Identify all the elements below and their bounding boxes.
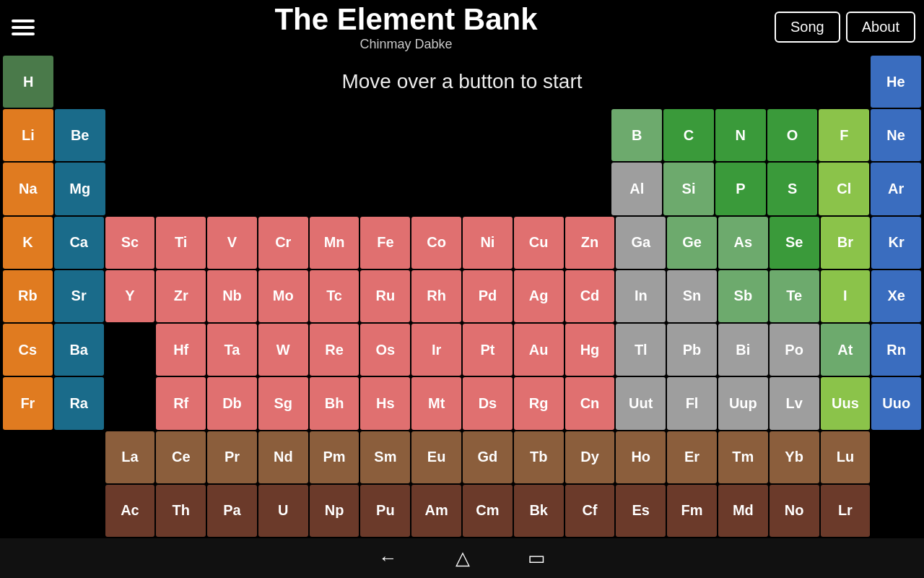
element-he[interactable]: He	[871, 56, 921, 108]
element-mg[interactable]: Mg	[55, 163, 105, 215]
element-ba[interactable]: Ba	[54, 324, 104, 376]
element-ti[interactable]: Ti	[156, 217, 206, 269]
element-lr[interactable]: Lr	[821, 485, 871, 537]
element-ce[interactable]: Ce	[156, 431, 206, 483]
element-hf[interactable]: Hf	[156, 324, 206, 376]
element-zn[interactable]: Zn	[565, 217, 615, 269]
element-ni[interactable]: Ni	[463, 217, 513, 269]
element-b[interactable]: B	[611, 109, 662, 161]
element-eu[interactable]: Eu	[411, 431, 461, 483]
element-la[interactable]: La	[105, 431, 155, 483]
element-mo[interactable]: Mo	[258, 270, 308, 322]
element-ge[interactable]: Ge	[667, 217, 717, 269]
element-pu[interactable]: Pu	[360, 485, 410, 537]
element-se[interactable]: Se	[770, 217, 819, 269]
menu-icon[interactable]	[9, 17, 38, 38]
element-cs[interactable]: Cs	[3, 324, 53, 376]
element-pr[interactable]: Pr	[207, 431, 257, 483]
element-ds[interactable]: Ds	[463, 377, 513, 429]
element-mn[interactable]: Mn	[310, 217, 359, 269]
element-tb[interactable]: Tb	[514, 431, 564, 483]
element-y[interactable]: Y	[105, 270, 155, 322]
element-be[interactable]: Be	[55, 109, 105, 161]
element-cu[interactable]: Cu	[514, 217, 564, 269]
element-w[interactable]: W	[258, 324, 308, 376]
element-rn[interactable]: Rn	[871, 324, 921, 376]
element-cn[interactable]: Cn	[565, 377, 615, 429]
element-ho[interactable]: Ho	[616, 431, 666, 483]
element-rf[interactable]: Rf	[156, 377, 206, 429]
element-es[interactable]: Es	[616, 485, 666, 537]
element-rb[interactable]: Rb	[3, 270, 53, 322]
element-i[interactable]: I	[821, 270, 871, 322]
element-cm[interactable]: Cm	[463, 485, 513, 537]
element-tm[interactable]: Tm	[718, 431, 768, 483]
element-kr[interactable]: Kr	[871, 217, 921, 269]
element-al[interactable]: Al	[611, 163, 662, 215]
element-md[interactable]: Md	[718, 485, 768, 537]
element-ga[interactable]: Ga	[616, 217, 666, 269]
element-te[interactable]: Te	[770, 270, 819, 322]
element-am[interactable]: Am	[411, 485, 461, 537]
element-br[interactable]: Br	[821, 217, 871, 269]
element-o[interactable]: O	[767, 109, 818, 161]
element-u[interactable]: U	[258, 485, 308, 537]
element-c[interactable]: C	[663, 109, 714, 161]
element-hg[interactable]: Hg	[565, 324, 615, 376]
element-pt[interactable]: Pt	[463, 324, 513, 376]
element-sc[interactable]: Sc	[105, 217, 155, 269]
element-uut[interactable]: Uut	[616, 377, 666, 429]
back-button[interactable]: ←	[379, 547, 398, 569]
element-lv[interactable]: Lv	[770, 377, 819, 429]
element-at[interactable]: At	[821, 324, 871, 376]
element-th[interactable]: Th	[156, 485, 206, 537]
element-mt[interactable]: Mt	[411, 377, 461, 429]
element-rg[interactable]: Rg	[514, 377, 564, 429]
element-fm[interactable]: Fm	[667, 485, 717, 537]
element-pm[interactable]: Pm	[310, 431, 359, 483]
element-er[interactable]: Er	[667, 431, 717, 483]
element-nd[interactable]: Nd	[258, 431, 308, 483]
element-pd[interactable]: Pd	[463, 270, 513, 322]
element-uus[interactable]: Uus	[821, 377, 871, 429]
element-nb[interactable]: Nb	[207, 270, 257, 322]
element-h[interactable]: H	[3, 56, 53, 108]
element-v[interactable]: V	[207, 217, 257, 269]
element-ir[interactable]: Ir	[411, 324, 461, 376]
element-li[interactable]: Li	[3, 109, 53, 161]
element-fl[interactable]: Fl	[667, 377, 717, 429]
element-uuo[interactable]: Uuo	[871, 377, 921, 429]
element-ru[interactable]: Ru	[360, 270, 410, 322]
element-yb[interactable]: Yb	[770, 431, 819, 483]
element-po[interactable]: Po	[770, 324, 819, 376]
element-pb[interactable]: Pb	[667, 324, 717, 376]
song-button[interactable]: Song	[775, 12, 840, 43]
element-lu[interactable]: Lu	[821, 431, 871, 483]
element-co[interactable]: Co	[411, 217, 461, 269]
element-cd[interactable]: Cd	[565, 270, 615, 322]
element-os[interactable]: Os	[360, 324, 410, 376]
element-f[interactable]: F	[819, 109, 869, 161]
element-zr[interactable]: Zr	[156, 270, 206, 322]
element-uup[interactable]: Uup	[718, 377, 768, 429]
element-ag[interactable]: Ag	[514, 270, 564, 322]
element-cr[interactable]: Cr	[258, 217, 308, 269]
element-hs[interactable]: Hs	[360, 377, 410, 429]
element-ne[interactable]: Ne	[871, 109, 921, 161]
element-bi[interactable]: Bi	[718, 324, 768, 376]
element-dy[interactable]: Dy	[565, 431, 615, 483]
home-button[interactable]: △	[456, 547, 470, 569]
element-tc[interactable]: Tc	[310, 270, 359, 322]
element-k[interactable]: K	[3, 217, 53, 269]
element-db[interactable]: Db	[207, 377, 257, 429]
element-n[interactable]: N	[715, 109, 766, 161]
element-np[interactable]: Np	[310, 485, 359, 537]
element-s[interactable]: S	[767, 163, 818, 215]
element-sn[interactable]: Sn	[667, 270, 717, 322]
element-tl[interactable]: Tl	[616, 324, 666, 376]
element-na[interactable]: Na	[3, 163, 53, 215]
element-fr[interactable]: Fr	[3, 377, 53, 429]
element-si[interactable]: Si	[663, 163, 714, 215]
element-ar[interactable]: Ar	[871, 163, 921, 215]
element-pa[interactable]: Pa	[207, 485, 257, 537]
